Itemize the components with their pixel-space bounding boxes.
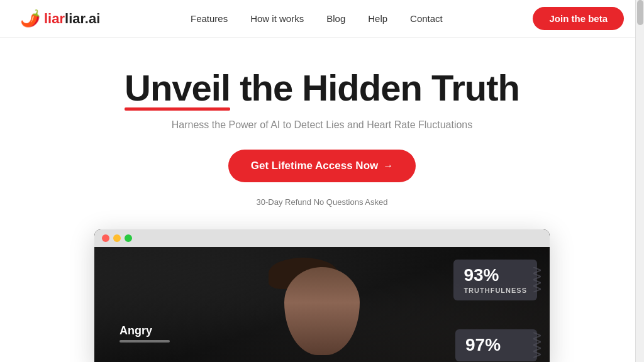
truthfulness-value: 93% bbox=[464, 266, 527, 285]
nav-contact[interactable]: Contact bbox=[410, 13, 443, 24]
scrollbar-thumb[interactable] bbox=[637, 0, 643, 25]
stat-zigzag-icon bbox=[533, 267, 541, 292]
nav-help[interactable]: Help bbox=[368, 13, 387, 24]
second-stat-card: 97% bbox=[455, 329, 537, 361]
nav-how-it-works[interactable]: How it works bbox=[250, 13, 304, 24]
cta-label: Get Lifetime Access Now bbox=[251, 160, 379, 172]
face bbox=[284, 267, 360, 355]
logo-liar2: liar bbox=[65, 11, 85, 26]
demo-wrapper: Angry 93% TRUTHFULNESS 97% bbox=[0, 229, 644, 362]
window-maximize-dot bbox=[125, 234, 132, 242]
nav-links: Features How it works Blog Help Contact bbox=[191, 13, 443, 25]
navbar: 🌶️ liarliar.ai Features How it works Blo… bbox=[0, 0, 644, 38]
hero-title: Unveil the Hidden Truth bbox=[13, 68, 631, 108]
cta-arrow-icon: → bbox=[383, 160, 393, 172]
window-titlebar bbox=[94, 229, 550, 247]
refund-text: 30-Day Refund No Questions Asked bbox=[257, 197, 388, 207]
join-beta-button[interactable]: Join the beta bbox=[533, 7, 624, 30]
truthfulness-card: 93% TRUTHFULNESS bbox=[453, 260, 537, 300]
logo-suffix: .ai bbox=[85, 11, 100, 26]
hero-title-highlight: Unveil bbox=[125, 67, 230, 108]
hero-section: Unveil the Hidden Truth Harness the Powe… bbox=[0, 38, 644, 224]
hero-subtitle: Harness the Power of AI to Detect Lies a… bbox=[13, 119, 631, 131]
face-silhouette bbox=[265, 267, 379, 362]
demo-window: Angry 93% TRUTHFULNESS 97% bbox=[94, 229, 550, 362]
logo-fire-icon: 🌶️ bbox=[20, 9, 40, 28]
truthfulness-label: TRUTHFULNESS bbox=[464, 287, 527, 294]
window-minimize-dot bbox=[113, 234, 121, 242]
window-close-dot bbox=[102, 234, 109, 242]
emotion-label: Angry bbox=[119, 324, 170, 343]
logo-liar1: liar bbox=[44, 11, 65, 26]
video-area: Angry 93% TRUTHFULNESS 97% bbox=[94, 247, 550, 362]
second-stat-value: 97% bbox=[465, 336, 527, 355]
logo[interactable]: 🌶️ liarliar.ai bbox=[20, 9, 100, 28]
hero-title-rest: the Hidden Truth bbox=[230, 67, 519, 108]
emotion-bar bbox=[119, 340, 170, 343]
scrollbar[interactable] bbox=[635, 0, 644, 362]
nav-features[interactable]: Features bbox=[191, 13, 228, 24]
stat-zigzag2-icon bbox=[533, 332, 541, 358]
cta-button[interactable]: Get Lifetime Access Now → bbox=[228, 150, 416, 182]
emotion-text: Angry bbox=[119, 324, 152, 337]
nav-blog[interactable]: Blog bbox=[326, 13, 345, 24]
logo-text: liarliar.ai bbox=[44, 11, 100, 27]
